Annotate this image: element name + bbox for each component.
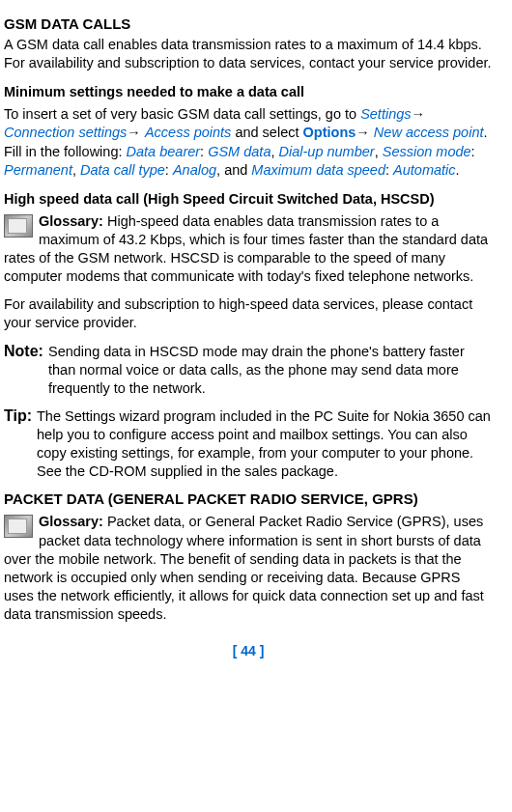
link-gsm-data: GSM data xyxy=(208,144,270,159)
text-prefix: To insert a set of very basic GSM data c… xyxy=(4,106,360,122)
tip-label: Tip: xyxy=(4,407,37,482)
heading-gsm-data-calls: GSM DATA CALLS xyxy=(4,15,493,32)
link-dial-up-number: Dial-up number xyxy=(279,144,375,159)
link-connection-settings: Connection settings xyxy=(4,125,127,140)
link-new-access-point: New access point xyxy=(374,125,484,140)
book-icon xyxy=(4,515,33,538)
hscsd-availability-paragraph: For availability and subscription to hig… xyxy=(4,295,493,332)
heading-high-speed-data-call: High speed data call (High Speed Circuit… xyxy=(4,191,493,207)
link-options: Options xyxy=(303,125,356,140)
link-analog: Analog xyxy=(173,162,216,178)
arrow-icon: → xyxy=(412,106,426,122)
link-automatic: Automatic xyxy=(393,162,455,178)
glossary-label: Glossary: xyxy=(39,213,103,229)
note-label: Note: xyxy=(4,343,48,398)
text-colon: : xyxy=(165,162,173,178)
note-block: Note: Sending data in HSCSD mode may dra… xyxy=(4,343,493,398)
arrow-icon: → xyxy=(127,125,145,140)
minimum-settings-paragraph: To insert a set of very basic GSM data c… xyxy=(4,105,493,180)
link-session-mode: Session mode xyxy=(383,144,471,159)
link-settings: Settings xyxy=(360,106,411,122)
glossary-hscsd: Glossary: High-speed data enables data t… xyxy=(4,212,493,287)
glossary-gprs: Glossary: Packet data, or General Packet… xyxy=(4,513,493,624)
link-permanent: Permanent xyxy=(4,162,72,178)
text-and: , and xyxy=(216,162,251,178)
glossary-label: Glossary: xyxy=(39,514,103,529)
text-comma: , xyxy=(72,162,80,178)
link-data-bearer: Data bearer xyxy=(127,144,201,159)
page-number: [ 44 ] xyxy=(4,643,493,658)
heading-packet-data-gprs: PACKET DATA (GENERAL PACKET RADIO SERVIC… xyxy=(4,490,493,507)
text-comma: , xyxy=(270,144,278,159)
document-page: GSM DATA CALLS A GSM data call enables d… xyxy=(0,0,500,674)
link-access-points: Access points xyxy=(145,125,231,140)
link-data-call-type: Data call type xyxy=(80,162,165,178)
gsm-intro-paragraph: A GSM data call enables data transmissio… xyxy=(4,36,493,72)
note-text: Sending data in HSCSD mode may drain the… xyxy=(48,343,493,398)
book-icon xyxy=(4,214,33,238)
tip-text: The Settings wizard program included in … xyxy=(37,407,493,482)
link-maximum-data-speed: Maximum data speed xyxy=(251,162,385,178)
heading-minimum-settings: Minimum settings needed to make a data c… xyxy=(4,84,493,99)
text-comma: , xyxy=(375,144,383,159)
text-colon: : xyxy=(471,144,475,159)
text-and-select: and select xyxy=(231,125,302,140)
text-colon: : xyxy=(200,144,208,159)
arrow-icon: → xyxy=(356,125,374,140)
glossary-text: Packet data, or General Packet Radio Ser… xyxy=(4,514,484,622)
text-colon: : xyxy=(385,162,393,178)
text-period: . xyxy=(456,162,460,178)
tip-block: Tip: The Settings wizard program include… xyxy=(4,407,493,482)
